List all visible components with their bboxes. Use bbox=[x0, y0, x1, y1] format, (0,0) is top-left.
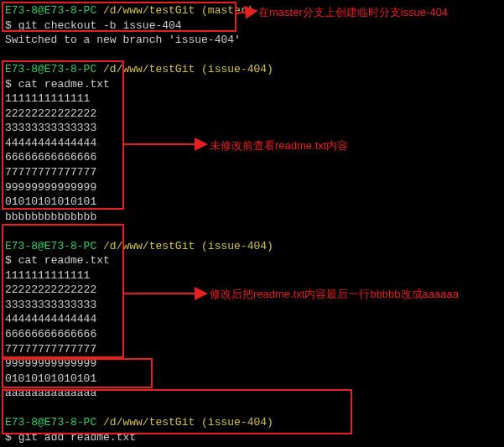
output-line: 99999999999999 bbox=[5, 356, 499, 372]
output-line: aaaaaaaaaaaaaa bbox=[5, 386, 499, 401]
output-line: 01010101010101 bbox=[5, 195, 499, 210]
command-text: cat readme.txt bbox=[18, 254, 110, 267]
output-line: 44444444444444 bbox=[5, 136, 499, 151]
output-line: 22222222222222 bbox=[5, 283, 499, 298]
prompt-path: /d/www/testGit (issue-404) bbox=[103, 240, 273, 252]
command-text: cat readme.txt bbox=[18, 78, 110, 91]
prompt-dollar: $ bbox=[5, 254, 12, 267]
output-line: 99999999999999 bbox=[5, 180, 499, 195]
output-line: 66666666666666 bbox=[5, 150, 499, 165]
command-line: $ git checkout -b issue-404 bbox=[5, 18, 499, 34]
prompt-line: E73-8@E73-8-PC /d/www/testGit (issue-404… bbox=[5, 415, 499, 430]
prompt-line: E73-8@E73-8-PC /d/www/testGit (issue-404… bbox=[5, 239, 499, 254]
output-line: 44444444444444 bbox=[5, 312, 499, 327]
prompt-path: /d/www/testGit (issue-404) bbox=[103, 63, 273, 75]
prompt-dollar: $ bbox=[5, 78, 12, 91]
terminal-window: E73-8@E73-8-PC /d/www/testGit (master) $… bbox=[0, 0, 504, 447]
command-line: $ git add readme.txt bbox=[5, 430, 499, 445]
output-line: 22222222222222 bbox=[5, 107, 499, 122]
prompt-host: E73-8@E73-8-PC bbox=[5, 63, 96, 75]
prompt-path: /d/www/testGit (master) bbox=[103, 4, 253, 17]
output-line: 01010101010101 bbox=[5, 372, 499, 387]
output-line: 77777777777777 bbox=[5, 342, 499, 357]
blank-line bbox=[5, 48, 499, 63]
output-line: 77777777777777 bbox=[5, 165, 499, 180]
prompt-dollar: $ bbox=[5, 431, 12, 444]
output-line: 33333333333333 bbox=[5, 121, 499, 136]
prompt-line: E73-8@E73-8-PC /d/www/testGit (issue-404… bbox=[5, 62, 499, 77]
prompt-line: E73-8@E73-8-PC /d/www/testGit (master) bbox=[5, 3, 499, 18]
command-line: $ cat readme.txt bbox=[5, 77, 499, 92]
command-line: $ cat readme.txt bbox=[5, 253, 499, 268]
blank-line bbox=[5, 224, 499, 239]
prompt-path: /d/www/testGit (issue-404) bbox=[103, 416, 273, 429]
output-line: Switched to a new branch 'issue-404' bbox=[5, 33, 499, 48]
prompt-dollar: $ bbox=[5, 19, 12, 32]
prompt-host: E73-8@E73-8-PC bbox=[5, 240, 96, 252]
output-line: 66666666666666 bbox=[5, 327, 499, 342]
prompt-host: E73-8@E73-8-PC bbox=[5, 4, 96, 17]
output-line: 1111111111111 bbox=[5, 268, 499, 283]
output-line: 33333333333333 bbox=[5, 298, 499, 313]
output-line: bbbbbbbbbbbbbb bbox=[5, 210, 499, 225]
blank-line bbox=[5, 401, 499, 416]
command-text: git checkout -b issue-404 bbox=[18, 19, 182, 32]
prompt-host: E73-8@E73-8-PC bbox=[5, 416, 96, 429]
command-text: git add readme.txt bbox=[18, 431, 136, 444]
output-line: 1111111111111 bbox=[5, 91, 499, 107]
